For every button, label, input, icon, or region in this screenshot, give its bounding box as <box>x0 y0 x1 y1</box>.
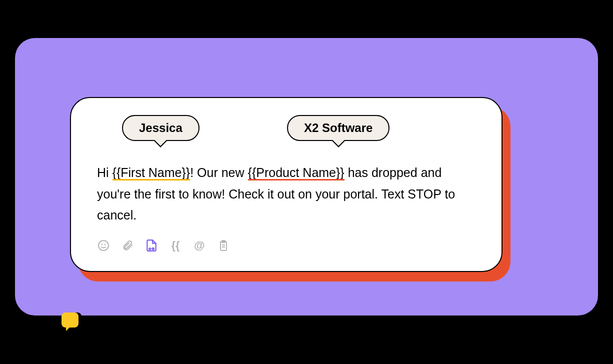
paperclip-icon <box>122 240 134 252</box>
variable-preview-product-name: X2 Software <box>287 115 390 141</box>
insert-variable-button[interactable]: {{ <box>169 239 182 252</box>
brand-logo: heymarket <box>62 312 146 332</box>
svg-point-3 <box>152 248 154 249</box>
stage: Jessica X2 Software Hi {{First Name}}! O… <box>0 0 613 364</box>
template-file-icon <box>145 239 158 252</box>
message-text-segment: Hi <box>97 166 112 180</box>
bubble-tail-icon <box>332 134 344 147</box>
variable-preview-label: Jessica <box>139 121 182 134</box>
variable-preview-first-name: Jessica <box>122 115 200 141</box>
message-text-segment: ! Our new <box>190 166 248 180</box>
message-textarea[interactable]: Hi {{First Name}}! Our new {{Product Nam… <box>97 162 476 226</box>
variable-preview-label: X2 Software <box>304 121 372 134</box>
message-editor-panel: Jessica X2 Software Hi {{First Name}}! O… <box>70 97 502 272</box>
editor-toolbar: {{ @ <box>97 239 476 252</box>
bubble-tail-icon <box>154 134 167 147</box>
template-button[interactable] <box>145 239 158 252</box>
svg-point-2 <box>105 244 106 244</box>
clipboard-button[interactable] <box>217 239 230 252</box>
attachment-button[interactable] <box>121 239 134 252</box>
placeholder-product-name[interactable]: {{Product Name}} <box>248 166 344 180</box>
variable-preview-row: Jessica X2 Software <box>97 115 476 164</box>
emoji-button[interactable] <box>97 239 110 252</box>
brand-name: heymarket <box>86 316 146 330</box>
svg-point-1 <box>102 244 102 244</box>
promo-card: Jessica X2 Software Hi {{First Name}}! O… <box>15 38 598 316</box>
placeholder-first-name[interactable]: {{First Name}} <box>112 166 190 180</box>
heymarket-logo-icon <box>62 312 82 332</box>
emoji-icon <box>98 240 110 252</box>
svg-point-0 <box>98 240 108 250</box>
clipboard-icon <box>218 240 230 252</box>
mention-button[interactable]: @ <box>193 239 206 252</box>
